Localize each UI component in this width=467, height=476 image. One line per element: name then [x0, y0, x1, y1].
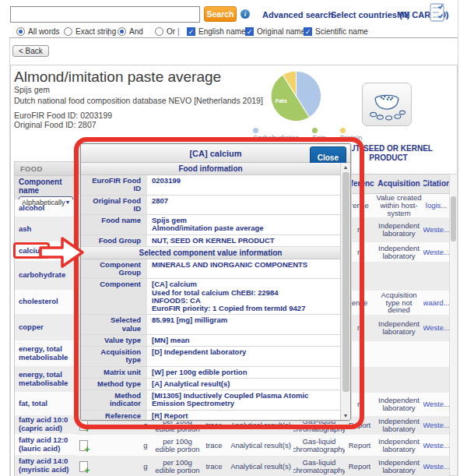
- legend-fats: Fats: [312, 126, 333, 142]
- modal-row: Acquisition type[D] Independent laborato…: [81, 347, 340, 367]
- search-button[interactable]: Search: [204, 6, 237, 22]
- field-value: [A] Analytical result(s): [147, 379, 340, 390]
- citation-link[interactable]: [423, 341, 449, 367]
- component-link-fatty-acid-10[interactable]: fatty acid 10:0 (capric acid): [15, 415, 75, 434]
- checkbox-icon[interactable]: ✓: [187, 27, 195, 36]
- checkbox-scientific-name[interactable]: ✓Scientific name: [304, 26, 368, 36]
- radio-or-label: Or: [167, 27, 175, 36]
- modal-row: Food GroupNUT, SEED OR KERNEL PRODUCT: [81, 235, 340, 247]
- citation-link[interactable]: [423, 262, 449, 291]
- separator: |: [177, 27, 180, 36]
- advanced-search-link[interactable]: Advanced search: [262, 10, 333, 19]
- cell-value: [91, 456, 136, 476]
- field-label: Component Group: [81, 259, 147, 279]
- scroll-up-icon[interactable]: ▲: [341, 164, 350, 170]
- component-link-ash[interactable]: ash: [15, 217, 75, 242]
- component-link-fat-total[interactable]: fat, total: [15, 392, 75, 415]
- checkbox-icon[interactable]: ✓: [245, 27, 254, 36]
- field-label: Method type: [81, 379, 147, 390]
- cell-acquisition: [374, 262, 423, 291]
- header-citation: Citation: [423, 175, 449, 193]
- modal-row: EuroFIR Food ID0203199: [81, 175, 340, 196]
- component-name-header: Component name Alphabetically▼: [15, 176, 75, 199]
- section-food-information: Food information: [81, 163, 340, 175]
- table-scrollbar[interactable]: [449, 174, 458, 476]
- checkbox-english-name[interactable]: ✓English name: [187, 26, 246, 36]
- legend-dot-fats: [312, 128, 318, 133]
- cell-acquisition: Independent laboratory: [374, 456, 423, 476]
- cell-method: Gas-liquid chromatography: [293, 456, 345, 476]
- checkbox-scientific-label: Scientific name: [315, 27, 368, 36]
- citation-link[interactable]: Weste...: [423, 315, 449, 341]
- component-name-column: Component name Alphabetically▼ alcohol a…: [14, 176, 75, 476]
- citation-link[interactable]: Weste...: [423, 456, 449, 476]
- field-value: [W] per 100g edible portion: [147, 367, 340, 378]
- citation-link[interactable]: Weste...: [423, 416, 449, 435]
- field-label: Acquisition type: [81, 347, 147, 366]
- component-link-fatty-acid-14[interactable]: fatty acid 14:0 (myristic acid): [15, 455, 75, 476]
- header-acquisition: Acquisition: [374, 175, 423, 193]
- radio-all-words[interactable]: All words: [16, 26, 60, 36]
- modal-row: Matrix unit[W] per 100g edible portion: [81, 367, 340, 379]
- component-link-carbohydrate[interactable]: carbohydrate: [15, 261, 75, 290]
- cell-acquisition: Value created within host-system: [374, 194, 423, 217]
- field-label: Food name: [81, 215, 147, 234]
- table-row: g per 100g edible portion trace Analytic…: [75, 456, 449, 476]
- chevron-down-icon: ▼: [65, 199, 71, 205]
- component-link-fatty-acid-12[interactable]: fatty acid 12:0 (lauric acid): [15, 434, 75, 455]
- info-icon[interactable]: i: [241, 9, 250, 19]
- citation-link[interactable]: [423, 367, 449, 393]
- field-value: NUT, SEED OR KERNEL PRODUCT: [147, 235, 340, 246]
- citation-link[interactable]: Weste...: [423, 217, 449, 242]
- radio-icon[interactable]: [118, 27, 126, 36]
- component-link-calcium[interactable]: calcium: [15, 242, 75, 261]
- modal-scrollbar[interactable]: ▲ ▼: [340, 163, 350, 420]
- radio-icon[interactable]: [16, 27, 25, 36]
- radio-or[interactable]: Or: [155, 26, 175, 36]
- modal-row: Method type[A] Analytical result(s): [81, 379, 340, 390]
- checkbox-original-name[interactable]: ✓Original name: [245, 26, 305, 36]
- field-value: [R] Report: [147, 411, 340, 421]
- original-food-id: Original Food ID: 2807: [14, 120, 97, 129]
- table-scrollbar-thumb[interactable]: [451, 196, 456, 242]
- field-value: 0203199: [147, 175, 340, 195]
- component-link-cholesterol[interactable]: cholesterol: [15, 290, 75, 314]
- cell-value-type: trace: [200, 456, 228, 476]
- scroll-down-icon[interactable]: ▼: [341, 413, 350, 418]
- section-selected-component: Selected component value information: [81, 247, 340, 259]
- field-label: EuroFIR Food ID: [81, 175, 147, 195]
- modal-body: Food information EuroFIR Food ID0203199 …: [81, 163, 340, 420]
- modal-scrollbar-thumb[interactable]: [342, 172, 349, 392]
- field-value: MINERALS AND INORGANIC COMPONENTS: [147, 259, 340, 279]
- cell-method: Gas-liquid chromatography: [293, 435, 345, 456]
- food-group-label: NUT, SEED OR KERNEL PRODUCT: [342, 144, 434, 162]
- checkbox-english-label: English name: [198, 27, 246, 36]
- component-link-energy-2[interactable]: energy, total metabolisable: [15, 366, 75, 392]
- back-button[interactable]: < Back: [12, 45, 49, 57]
- component-detail-modal: [CA] calcium Close Food information Euro…: [80, 143, 351, 421]
- citation-link[interactable]: Weste...: [423, 242, 449, 262]
- citation-link[interactable]: logis...: [423, 194, 449, 217]
- radio-icon[interactable]: [64, 27, 72, 36]
- pie-legend: Carbohydrates Fats Protein: [253, 126, 370, 142]
- add-icon[interactable]: [79, 440, 88, 451]
- citation-link[interactable]: Weste...: [423, 393, 449, 416]
- radio-icon[interactable]: [155, 27, 163, 36]
- add-icon[interactable]: [79, 420, 88, 431]
- component-link-copper[interactable]: copper: [15, 314, 75, 340]
- citation-link[interactable]: Weste...: [423, 435, 449, 456]
- radio-all-words-label: All words: [28, 27, 60, 36]
- add-icon[interactable]: [79, 461, 88, 472]
- search-input[interactable]: [10, 6, 200, 23]
- checkbox-icon[interactable]: ✓: [304, 27, 312, 36]
- cart-checklist-icon[interactable]: [430, 3, 445, 23]
- citation-link[interactable]: waard...: [423, 291, 449, 315]
- legend-dot-carbohydrates: [253, 128, 258, 133]
- modal-row: Component GroupMINERALS AND INORGANIC CO…: [81, 259, 340, 280]
- modal-row: Selected value85.991 [mg] milligram: [81, 315, 340, 335]
- radio-and[interactable]: And: [118, 26, 143, 36]
- modal-title: [CA] calcium: [189, 149, 241, 158]
- component-link-energy-1[interactable]: energy, total metabolisable: [15, 340, 75, 366]
- field-label: Food Group: [81, 235, 147, 246]
- cell-acquisition: Independent laboratory: [374, 242, 423, 262]
